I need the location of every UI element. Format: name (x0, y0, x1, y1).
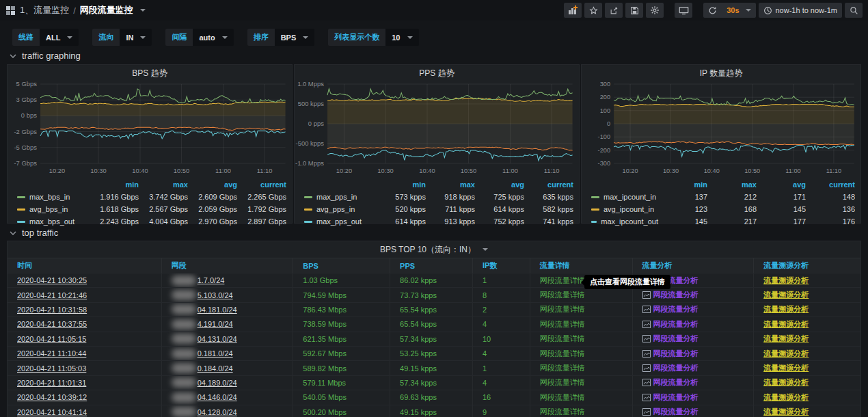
zoom-out-button[interactable] (845, 3, 863, 18)
pps-cell: 57.34 kpps (390, 376, 473, 390)
trace-analysis-link[interactable]: 流量溯源分析 (763, 392, 809, 403)
col-header-时间[interactable]: 时间 (8, 258, 162, 273)
time-range-picker[interactable]: now-1h to now-1m (759, 3, 843, 18)
traffic-analysis-link[interactable]: 网段流量分析 (642, 290, 699, 300)
time-cell: 2020-04-21 11:01:31 (8, 376, 162, 390)
panel-title[interactable]: PPS 趋势 (295, 65, 579, 79)
traffic-analysis-cell: 网段流量分析 (633, 332, 755, 346)
col-header-PPS[interactable]: PPS (390, 258, 473, 273)
trace-analysis-link[interactable]: 流量溯源分析 (763, 377, 809, 388)
net-segment-link[interactable]: 4.191.0/24 (198, 320, 233, 328)
share-button[interactable] (605, 3, 623, 18)
net-segment-link[interactable]: 04.131.0/24 (198, 335, 237, 343)
filter-value-select[interactable]: 10 (385, 29, 418, 46)
legend-series-avg_ipcount_in[interactable]: avg_ipcount_in (591, 205, 658, 213)
legend-series-max_bps_out[interactable]: max_bps_out (17, 217, 90, 226)
page-title[interactable]: 网段流量监控 (80, 4, 133, 16)
save-button[interactable] (625, 3, 643, 18)
refresh-button[interactable] (703, 3, 722, 18)
trace-analysis-link[interactable]: 流量溯源分析 (763, 363, 809, 373)
time-link[interactable]: 2020-04-21 10:30:25 (17, 276, 87, 284)
traffic-detail-link[interactable]: 网段流量详情 (540, 334, 585, 344)
legend-series-max_ipcount_out[interactable]: max_ipcount_out (591, 217, 658, 226)
time-link[interactable]: 2020-04-21 11:10:44 (17, 349, 86, 358)
section-top-traffic[interactable]: top traffic (10, 228, 58, 238)
net-segment-link[interactable]: 0.184.0/24 (198, 364, 233, 373)
col-header-IP数[interactable]: IP数 (473, 258, 530, 273)
traffic-detail-link[interactable]: 网段流量详情 (540, 349, 585, 359)
time-link[interactable]: 2020-04-21 10:41:14 (17, 408, 87, 416)
traffic-analysis-link[interactable]: 网段流量分析 (642, 363, 699, 373)
legend-series-max_ipcount_in[interactable]: max_ipcount_in (591, 193, 658, 201)
trace-analysis-cell: 流量溯源分析 (754, 332, 860, 346)
trace-analysis-link[interactable]: 流量溯源分析 (763, 319, 809, 329)
trace-analysis-link[interactable]: 流量溯源分析 (763, 304, 809, 314)
trace-analysis-link[interactable]: 流量溯源分析 (763, 334, 809, 344)
legend-series-max_bps_in[interactable]: max_bps_in (17, 193, 90, 201)
traffic-detail-link[interactable]: 网段流量详情 (540, 304, 585, 314)
traffic-detail-link[interactable]: 网段流量详情 (540, 392, 585, 403)
settings-button[interactable] (646, 3, 664, 18)
filter-value-select[interactable]: auto (193, 29, 233, 46)
star-button[interactable] (584, 3, 602, 18)
legend-series-max_pps_out[interactable]: max_pps_out (304, 217, 377, 226)
traffic-analysis-link[interactable]: 网段流量分析 (642, 349, 699, 359)
breadcrumb[interactable]: 1、流量监控 / 网段流量监控 (5, 4, 146, 16)
time-link[interactable]: 2020-04-21 11:01:31 (17, 379, 86, 387)
trace-analysis-link[interactable]: 流量溯源分析 (763, 407, 809, 417)
traffic-detail-link[interactable]: 网段流量详情 (540, 319, 585, 329)
traffic-detail-link[interactable]: 网段流量详情 (540, 377, 585, 388)
add-panel-button[interactable] (564, 3, 582, 18)
trace-analysis-link[interactable]: 流量溯源分析 (763, 290, 809, 300)
traffic-analysis-link[interactable]: 网段流量分析 (642, 334, 699, 344)
net-segment-link[interactable]: 04.189.0/24 (198, 379, 237, 387)
filter-value-select[interactable]: BPS (275, 29, 315, 46)
time-link[interactable]: 2020-04-21 10:39:12 (17, 393, 87, 401)
time-link[interactable]: 2020-04-21 10:31:58 (17, 306, 87, 314)
time-link[interactable]: 2020-04-21 10:37:55 (17, 320, 87, 328)
col-header-流量详情[interactable]: 流量详情 (530, 258, 633, 273)
net-segment-link[interactable]: 0.181.0/24 (198, 349, 233, 358)
col-header-流量分析[interactable]: 流量分析 (633, 258, 755, 273)
chevron-down-icon (140, 36, 146, 39)
traffic-detail-link[interactable]: 网段流量详情 (540, 290, 585, 300)
chevron-down-icon[interactable] (140, 9, 146, 12)
tv-mode-button[interactable] (675, 3, 692, 18)
net-segment-link[interactable]: 5.103.0/24 (198, 291, 233, 299)
traffic-analysis-link[interactable]: 网段流量分析 (642, 304, 699, 314)
traffic-analysis-link[interactable]: 网段流量分析 (642, 407, 699, 417)
traffic-analysis-link[interactable]: 网段流量分析 (642, 319, 699, 329)
panel-title[interactable]: BPS 趋势 (8, 65, 292, 79)
legend-series-avg_pps_in[interactable]: avg_pps_in (304, 205, 377, 213)
trace-analysis-link[interactable]: 流量溯源分析 (763, 275, 809, 286)
net-segment-link[interactable]: 04.146.0/24 (198, 393, 237, 401)
legend-series-avg_ipcount_out[interactable]: avg_ipcount_out (591, 230, 658, 231)
col-header-流量溯源分析[interactable]: 流量溯源分析 (754, 258, 860, 273)
traffic-analysis-link[interactable]: 网段流量分析 (642, 377, 699, 388)
net-segment-link[interactable]: 1.7.0/24 (198, 276, 225, 284)
legend-series-avg_bps_in[interactable]: avg_bps_in (17, 205, 90, 213)
traffic-analysis-cell: 网段流量分析 (633, 317, 755, 331)
time-link[interactable]: 2020-04-21 10:21:46 (17, 291, 87, 299)
filter-value-select[interactable]: IN (120, 29, 152, 46)
traffic-detail-link[interactable]: 网段流量详情 (540, 275, 585, 286)
col-header-网段[interactable]: 网段 (162, 258, 294, 273)
net-segment-link[interactable]: 04.181.0/24 (198, 306, 237, 314)
time-link[interactable]: 2020-04-21 11:05:03 (17, 364, 86, 373)
legend-value: 2.178 Gbps (237, 230, 286, 231)
trace-analysis-link[interactable]: 流量溯源分析 (763, 349, 809, 359)
table-panel-title[interactable]: BPS TOP 10（流向：IN） (8, 241, 860, 258)
legend-series-max_pps_in[interactable]: max_pps_in (304, 193, 377, 201)
refresh-interval-select[interactable]: 30s (722, 3, 755, 18)
traffic-detail-link[interactable]: 网段流量详情 (540, 363, 585, 373)
traffic-detail-link[interactable]: 网段流量详情 (540, 407, 585, 417)
col-header-BPS[interactable]: BPS (293, 258, 390, 273)
time-link[interactable]: 2020-04-21 11:05:15 (17, 335, 86, 343)
legend-series-avg_pps_out[interactable]: avg_pps_out (304, 230, 377, 231)
net-segment-link[interactable]: 04.128.0/24 (198, 408, 237, 416)
panel-title[interactable]: IP 数量趋势 (582, 65, 860, 79)
section-traffic-graphing[interactable]: traffic graphing (10, 51, 81, 61)
filter-value-select[interactable]: ALL (40, 29, 79, 46)
traffic-analysis-link[interactable]: 网段流量分析 (642, 392, 699, 403)
breadcrumb-folder[interactable]: 1、流量监控 (20, 4, 69, 16)
